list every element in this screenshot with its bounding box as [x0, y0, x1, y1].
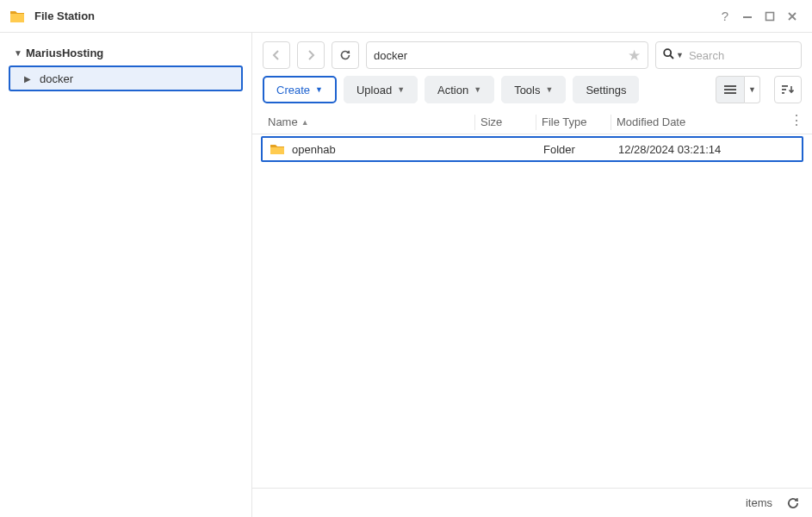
table-header: Name ▲ Size File Type Modified Date ⋮	[252, 110, 812, 134]
upload-button[interactable]: Upload ▼	[344, 76, 418, 103]
view-mode-caret[interactable]: ▼	[745, 76, 760, 103]
search-input[interactable]	[689, 49, 794, 62]
svg-line-3	[670, 55, 673, 59]
chevron-down-icon: ▼	[315, 85, 323, 94]
minimize-icon[interactable]	[736, 5, 759, 28]
chevron-down-icon: ▼	[12, 48, 24, 58]
sort-asc-icon: ▲	[301, 118, 309, 127]
svg-rect-0	[743, 16, 752, 18]
svg-rect-7	[782, 85, 788, 87]
path-input[interactable]	[374, 49, 628, 62]
nav-forward-button[interactable]	[297, 41, 325, 69]
status-refresh-button[interactable]	[786, 496, 800, 510]
sidebar: ▼ MariusHosting ▶ docker	[0, 33, 251, 517]
status-bar: items	[252, 488, 812, 517]
chevron-down-icon: ▼	[474, 85, 481, 94]
column-options-icon[interactable]: ⋮	[790, 114, 803, 128]
table-row[interactable]: openhab Folder 12/28/2024 03:21:14	[261, 136, 803, 162]
status-items-label: items	[746, 496, 772, 509]
svg-point-2	[664, 49, 671, 56]
chevron-right-icon: ▶	[24, 74, 36, 84]
upload-label: Upload	[356, 84, 392, 97]
app-title: File Station	[34, 9, 95, 22]
chevron-down-icon: ▼	[397, 85, 405, 94]
view-list-button[interactable]	[716, 76, 745, 103]
search-box: ▼	[655, 41, 802, 69]
svg-rect-4	[724, 85, 736, 87]
column-header-name[interactable]: Name ▲	[263, 115, 474, 128]
tree-root[interactable]: ▼ MariusHosting	[9, 41, 243, 64]
tools-label: Tools	[514, 84, 540, 97]
file-date: 12/28/2024 03:21:14	[618, 143, 721, 156]
nav-refresh-button[interactable]	[332, 41, 359, 69]
search-scope-caret-icon[interactable]: ▼	[676, 51, 684, 59]
favorite-star-icon[interactable]: ★	[628, 47, 641, 65]
create-button[interactable]: Create ▼	[263, 76, 337, 103]
search-icon	[663, 48, 674, 62]
sort-button[interactable]	[774, 76, 802, 103]
maximize-icon[interactable]	[759, 5, 781, 28]
help-icon[interactable]: ?	[714, 5, 736, 28]
action-button[interactable]: Action ▼	[425, 76, 494, 103]
tree-root-label: MariusHosting	[26, 47, 103, 59]
settings-label: Settings	[586, 84, 626, 97]
sidebar-item-label: docker	[40, 72, 73, 85]
file-list: openhab Folder 12/28/2024 03:21:14	[252, 134, 812, 488]
column-header-type[interactable]: File Type	[536, 115, 611, 128]
svg-rect-1	[766, 12, 774, 20]
folder-icon	[270, 143, 285, 155]
tools-button[interactable]: Tools ▼	[501, 76, 566, 103]
column-header-date[interactable]: Modified Date	[611, 115, 802, 128]
svg-rect-6	[724, 92, 736, 94]
sidebar-item-docker[interactable]: ▶ docker	[9, 65, 243, 91]
titlebar: File Station ?	[0, 0, 812, 33]
path-input-container: ★	[366, 41, 648, 69]
column-header-size[interactable]: Size	[475, 115, 536, 128]
view-mode-group: ▼	[716, 76, 760, 103]
file-type: Folder	[543, 143, 575, 156]
settings-button[interactable]: Settings	[573, 76, 639, 103]
svg-rect-8	[782, 89, 786, 90]
svg-rect-9	[782, 92, 784, 94]
svg-rect-5	[724, 89, 736, 90]
close-icon[interactable]	[781, 5, 803, 28]
action-label: Action	[437, 84, 468, 97]
file-name: openhab	[292, 143, 336, 156]
app-folder-icon	[9, 8, 26, 25]
nav-bar: ★ ▼	[252, 33, 812, 76]
chevron-down-icon: ▼	[546, 85, 554, 94]
toolbar: Create ▼ Upload ▼ Action ▼ Tools ▼ Setti…	[252, 76, 812, 110]
create-label: Create	[276, 84, 310, 97]
main-panel: ★ ▼ Create ▼ Upload ▼ Action ▼	[251, 33, 812, 517]
nav-back-button[interactable]	[263, 41, 290, 69]
